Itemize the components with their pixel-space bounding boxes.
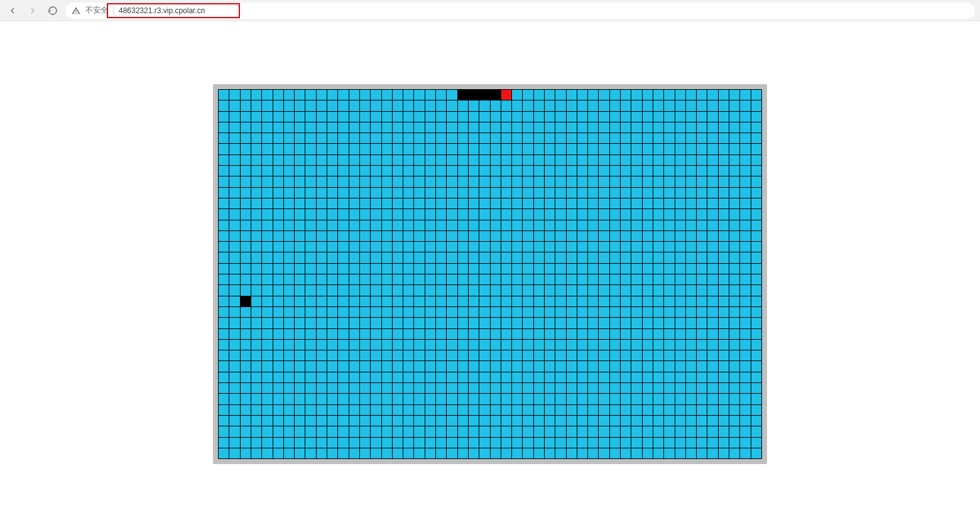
- grid-cell: [588, 166, 598, 176]
- grid-cell: [555, 155, 565, 165]
- back-button[interactable]: [5, 3, 20, 18]
- grid-cell: [653, 198, 663, 208]
- grid-cell: [251, 383, 261, 393]
- grid-cell: [338, 198, 348, 208]
- grid-cell: [491, 383, 501, 393]
- grid-cell: [599, 231, 609, 241]
- grid-cell: [610, 383, 620, 393]
- grid-cell: [371, 100, 381, 111]
- grid-cell: [469, 264, 479, 274]
- grid-cell: [729, 285, 739, 295]
- grid-cell: [241, 252, 251, 262]
- grid-cell: [393, 220, 403, 230]
- grid-cell: [425, 100, 435, 111]
- grid-cell: [707, 405, 717, 415]
- grid-cell: [534, 383, 544, 393]
- grid-cell: [479, 231, 489, 241]
- grid-cell: [610, 285, 620, 295]
- grid-cell: [686, 350, 696, 360]
- reload-button[interactable]: [45, 3, 60, 18]
- grid-cell: [360, 242, 370, 252]
- grid-cell: [686, 100, 696, 111]
- grid-cell: [555, 340, 565, 350]
- grid-cell: [284, 274, 294, 284]
- grid-cell: [523, 350, 533, 360]
- grid-cell: [219, 274, 229, 284]
- grid-cell: [251, 340, 261, 350]
- grid-cell: [567, 133, 577, 143]
- grid-cell: [664, 220, 674, 230]
- grid-cell: [382, 426, 392, 436]
- grid-cell: [610, 274, 620, 284]
- grid-cell: [229, 340, 239, 350]
- grid-cell: [425, 188, 435, 198]
- grid-cell: [403, 405, 413, 415]
- grid-cell: [610, 361, 620, 371]
- grid-cell: [338, 296, 348, 306]
- grid-cell: [305, 448, 315, 458]
- grid-cell: [305, 133, 315, 143]
- grid-cell: [469, 231, 479, 241]
- grid-cell: [621, 394, 631, 404]
- grid-cell: [305, 100, 315, 111]
- grid-cell: [545, 188, 555, 198]
- grid-cell: [751, 329, 761, 339]
- grid-cell: [458, 318, 468, 328]
- grid-cell: [675, 426, 685, 436]
- grid-cell: [327, 242, 337, 252]
- grid-cell: [599, 426, 609, 436]
- grid-cell: [317, 133, 327, 143]
- grid-cell: [610, 448, 620, 458]
- grid-cell: [371, 394, 381, 404]
- grid-cell: [393, 90, 403, 100]
- grid-cell: [251, 242, 261, 252]
- grid-cell: [295, 361, 305, 371]
- grid-cell: [295, 252, 305, 262]
- grid-cell: [393, 209, 403, 219]
- grid-cell: [469, 340, 479, 350]
- grid-cell: [262, 144, 272, 154]
- grid-cell: [436, 209, 446, 219]
- grid-cell: [545, 296, 555, 306]
- grid-cell: [436, 242, 446, 252]
- grid-cell: [631, 350, 641, 360]
- grid-cell: [327, 426, 337, 436]
- grid-cell: [621, 133, 631, 143]
- grid-cell: [555, 285, 565, 295]
- forward-button[interactable]: [25, 3, 40, 18]
- grid-cell: [740, 438, 750, 448]
- grid-cell: [545, 372, 555, 382]
- grid-cell: [588, 405, 598, 415]
- grid-cell: [555, 350, 565, 360]
- address-bar[interactable]: 不安全 48632321.r3.vip.cpolar.cn: [65, 3, 975, 19]
- grid-cell: [371, 242, 381, 252]
- grid-cell: [393, 122, 403, 132]
- grid-cell: [686, 209, 696, 219]
- grid-cell: [675, 188, 685, 198]
- grid-cell: [403, 112, 413, 122]
- grid-cell: [664, 372, 674, 382]
- grid-cell: [751, 394, 761, 404]
- grid-cell: [458, 329, 468, 339]
- grid-cell: [284, 264, 294, 274]
- grid-cell: [577, 383, 587, 393]
- grid-cell: [545, 318, 555, 328]
- grid-cell: [664, 144, 674, 154]
- grid-cell: [305, 209, 315, 219]
- grid-cell: [479, 264, 489, 274]
- grid-cell: [403, 176, 413, 187]
- grid-cell: [360, 155, 370, 165]
- grid-cell: [512, 188, 522, 198]
- grid-cell: [599, 242, 609, 252]
- grid-cell: [631, 231, 641, 241]
- grid-cell: [545, 426, 555, 436]
- grid-cell: [729, 296, 739, 306]
- snake-game-board[interactable]: [218, 89, 762, 459]
- grid-cell: [414, 307, 424, 317]
- grid-cell: [273, 252, 283, 262]
- grid-cell: [338, 372, 348, 382]
- grid-cell: [305, 220, 315, 230]
- grid-cell: [751, 209, 761, 219]
- grid-cell: [719, 448, 729, 458]
- grid-cell: [251, 188, 261, 198]
